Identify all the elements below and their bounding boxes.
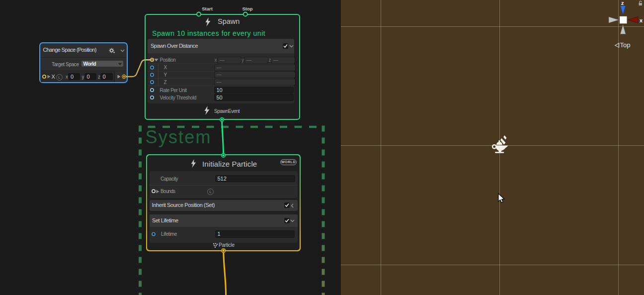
svg-text:z: z: [621, 0, 624, 6]
svg-text:x: x: [640, 17, 643, 23]
svg-text:Top: Top: [620, 41, 631, 49]
